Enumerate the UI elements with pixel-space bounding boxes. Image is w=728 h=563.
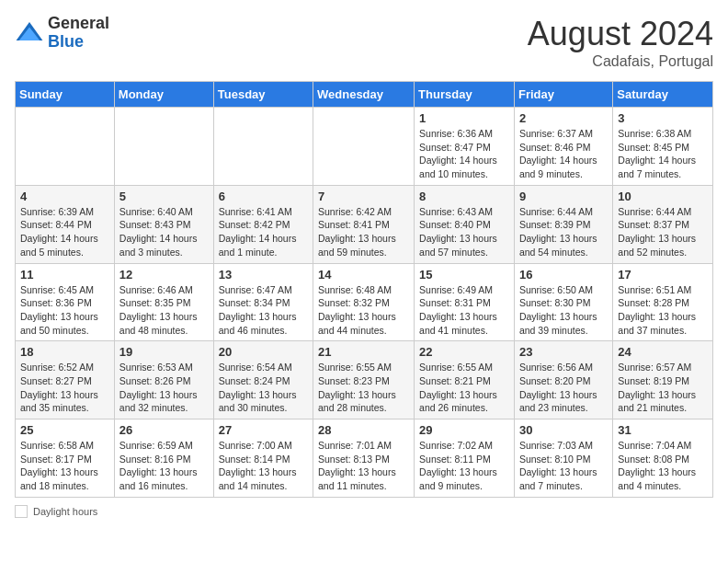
day-number: 12 xyxy=(119,268,209,282)
calendar-cell xyxy=(16,108,115,186)
logo-blue: Blue xyxy=(48,33,109,52)
location-subtitle: Cadafais, Portugal xyxy=(528,53,713,70)
calendar-cell: 1Sunrise: 6:36 AMSunset: 8:47 PMDaylight… xyxy=(415,108,515,186)
logo-text: General Blue xyxy=(48,15,109,52)
month-year-title: August 2024 xyxy=(528,15,713,53)
day-number: 8 xyxy=(419,190,509,203)
calendar-cell: 26Sunrise: 6:59 AMSunset: 8:16 PMDayligh… xyxy=(114,419,213,498)
day-info: Sunrise: 6:40 AMSunset: 8:43 PMDaylight:… xyxy=(119,205,209,259)
calendar-cell: 24Sunrise: 6:57 AMSunset: 8:19 PMDayligh… xyxy=(613,341,713,419)
calendar-cell: 25Sunrise: 6:58 AMSunset: 8:17 PMDayligh… xyxy=(16,419,115,498)
calendar-cell xyxy=(213,108,313,186)
day-header-saturday: Saturday xyxy=(613,82,713,108)
day-number: 17 xyxy=(618,268,708,282)
calendar-cell: 6Sunrise: 6:41 AMSunset: 8:42 PMDaylight… xyxy=(213,185,313,263)
day-info: Sunrise: 6:43 AMSunset: 8:40 PMDaylight:… xyxy=(419,205,509,259)
calendar-cell xyxy=(114,108,213,186)
day-number: 28 xyxy=(318,423,409,437)
legend-label: Daylight hours xyxy=(33,506,97,517)
day-number: 30 xyxy=(519,423,608,437)
day-number: 27 xyxy=(219,423,308,437)
day-info: Sunrise: 7:00 AMSunset: 8:14 PMDaylight:… xyxy=(219,439,308,493)
day-info: Sunrise: 6:48 AMSunset: 8:32 PMDaylight:… xyxy=(318,283,409,338)
day-header-thursday: Thursday xyxy=(415,82,515,108)
day-info: Sunrise: 6:46 AMSunset: 8:35 PMDaylight:… xyxy=(119,283,209,338)
legend-box xyxy=(15,505,28,518)
day-header-wednesday: Wednesday xyxy=(313,82,415,108)
day-info: Sunrise: 7:04 AMSunset: 8:08 PMDaylight:… xyxy=(618,439,708,493)
day-info: Sunrise: 6:44 AMSunset: 8:37 PMDaylight:… xyxy=(618,205,708,259)
day-info: Sunrise: 6:36 AMSunset: 8:47 PMDaylight:… xyxy=(419,127,509,181)
day-info: Sunrise: 6:38 AMSunset: 8:45 PMDaylight:… xyxy=(618,127,708,181)
calendar-cell: 29Sunrise: 7:02 AMSunset: 8:11 PMDayligh… xyxy=(415,419,515,498)
day-number: 29 xyxy=(419,423,509,437)
calendar-cell: 31Sunrise: 7:04 AMSunset: 8:08 PMDayligh… xyxy=(613,419,713,498)
calendar-week-row: 1Sunrise: 6:36 AMSunset: 8:47 PMDaylight… xyxy=(16,108,713,186)
calendar-cell: 20Sunrise: 6:54 AMSunset: 8:24 PMDayligh… xyxy=(213,341,313,419)
day-number: 18 xyxy=(20,345,109,359)
day-number: 19 xyxy=(119,345,209,359)
logo-icon xyxy=(15,18,44,48)
calendar-cell: 10Sunrise: 6:44 AMSunset: 8:37 PMDayligh… xyxy=(613,185,713,263)
calendar-cell: 13Sunrise: 6:47 AMSunset: 8:34 PMDayligh… xyxy=(213,263,313,341)
day-number: 3 xyxy=(618,111,708,125)
logo-general: General xyxy=(48,15,109,33)
calendar-cell: 3Sunrise: 6:38 AMSunset: 8:45 PMDaylight… xyxy=(613,108,713,186)
day-info: Sunrise: 6:44 AMSunset: 8:39 PMDaylight:… xyxy=(519,205,608,259)
calendar-cell: 5Sunrise: 6:40 AMSunset: 8:43 PMDaylight… xyxy=(114,185,213,263)
day-header-friday: Friday xyxy=(514,82,612,108)
calendar-cell: 17Sunrise: 6:51 AMSunset: 8:28 PMDayligh… xyxy=(613,263,713,341)
day-number: 7 xyxy=(318,190,409,203)
day-number: 25 xyxy=(20,423,109,437)
day-number: 5 xyxy=(119,190,209,203)
day-info: Sunrise: 6:42 AMSunset: 8:41 PMDaylight:… xyxy=(318,205,409,259)
day-info: Sunrise: 6:54 AMSunset: 8:24 PMDaylight:… xyxy=(219,361,308,415)
day-info: Sunrise: 6:56 AMSunset: 8:20 PMDaylight:… xyxy=(519,361,608,415)
calendar-cell: 18Sunrise: 6:52 AMSunset: 8:27 PMDayligh… xyxy=(16,341,115,419)
calendar-cell: 7Sunrise: 6:42 AMSunset: 8:41 PMDaylight… xyxy=(313,185,415,263)
calendar-cell: 27Sunrise: 7:00 AMSunset: 8:14 PMDayligh… xyxy=(213,419,313,498)
day-info: Sunrise: 6:53 AMSunset: 8:26 PMDaylight:… xyxy=(119,361,209,415)
day-number: 24 xyxy=(618,345,708,359)
day-info: Sunrise: 6:50 AMSunset: 8:30 PMDaylight:… xyxy=(519,283,608,338)
day-header-sunday: Sunday xyxy=(16,82,115,108)
calendar-table: SundayMondayTuesdayWednesdayThursdayFrid… xyxy=(15,81,713,498)
calendar-week-row: 18Sunrise: 6:52 AMSunset: 8:27 PMDayligh… xyxy=(16,341,713,419)
day-number: 9 xyxy=(519,190,608,203)
day-number: 26 xyxy=(119,423,209,437)
calendar-cell: 19Sunrise: 6:53 AMSunset: 8:26 PMDayligh… xyxy=(114,341,213,419)
calendar-cell: 8Sunrise: 6:43 AMSunset: 8:40 PMDaylight… xyxy=(415,185,515,263)
day-info: Sunrise: 6:58 AMSunset: 8:17 PMDaylight:… xyxy=(20,439,109,493)
day-number: 20 xyxy=(219,345,308,359)
day-info: Sunrise: 6:45 AMSunset: 8:36 PMDaylight:… xyxy=(20,283,109,338)
day-number: 23 xyxy=(519,345,608,359)
calendar-cell: 16Sunrise: 6:50 AMSunset: 8:30 PMDayligh… xyxy=(514,263,612,341)
day-info: Sunrise: 6:51 AMSunset: 8:28 PMDaylight:… xyxy=(618,283,708,338)
day-number: 10 xyxy=(618,190,708,203)
day-number: 4 xyxy=(20,190,109,203)
day-info: Sunrise: 6:57 AMSunset: 8:19 PMDaylight:… xyxy=(618,361,708,415)
page-header: General Blue August 2024 Cadafais, Portu… xyxy=(15,15,713,70)
day-number: 15 xyxy=(419,268,509,282)
calendar-cell: 2Sunrise: 6:37 AMSunset: 8:46 PMDaylight… xyxy=(514,108,612,186)
day-info: Sunrise: 6:49 AMSunset: 8:31 PMDaylight:… xyxy=(419,283,509,338)
calendar-week-row: 25Sunrise: 6:58 AMSunset: 8:17 PMDayligh… xyxy=(16,419,713,498)
day-header-monday: Monday xyxy=(114,82,213,108)
day-number: 1 xyxy=(419,111,509,125)
calendar-cell xyxy=(313,108,415,186)
calendar-week-row: 11Sunrise: 6:45 AMSunset: 8:36 PMDayligh… xyxy=(16,263,713,341)
day-number: 21 xyxy=(318,345,409,359)
day-number: 13 xyxy=(219,268,308,282)
day-header-tuesday: Tuesday xyxy=(213,82,313,108)
calendar-cell: 12Sunrise: 6:46 AMSunset: 8:35 PMDayligh… xyxy=(114,263,213,341)
calendar-cell: 22Sunrise: 6:55 AMSunset: 8:21 PMDayligh… xyxy=(415,341,515,419)
day-info: Sunrise: 6:55 AMSunset: 8:21 PMDaylight:… xyxy=(419,361,509,415)
calendar-cell: 4Sunrise: 6:39 AMSunset: 8:44 PMDaylight… xyxy=(16,185,115,263)
day-number: 22 xyxy=(419,345,509,359)
day-info: Sunrise: 6:52 AMSunset: 8:27 PMDaylight:… xyxy=(20,361,109,415)
calendar-cell: 21Sunrise: 6:55 AMSunset: 8:23 PMDayligh… xyxy=(313,341,415,419)
day-number: 11 xyxy=(20,268,109,282)
calendar-cell: 30Sunrise: 7:03 AMSunset: 8:10 PMDayligh… xyxy=(514,419,612,498)
calendar-cell: 9Sunrise: 6:44 AMSunset: 8:39 PMDaylight… xyxy=(514,185,612,263)
day-info: Sunrise: 7:03 AMSunset: 8:10 PMDaylight:… xyxy=(519,439,608,493)
